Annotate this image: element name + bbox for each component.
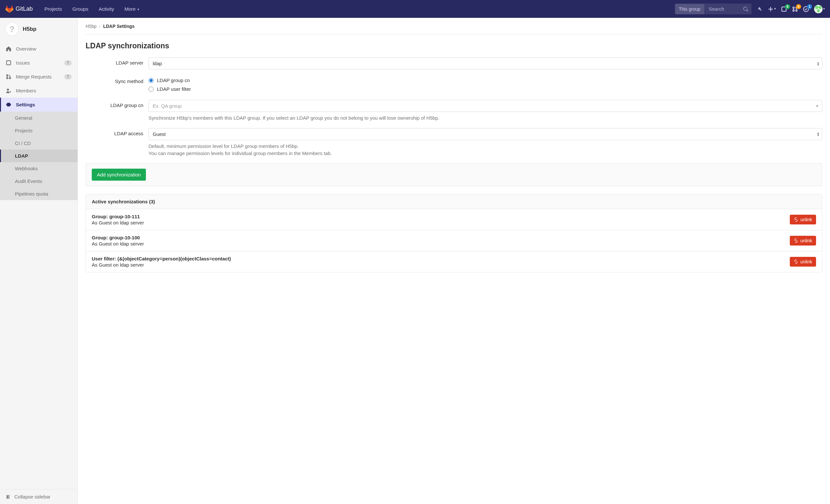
ldap-group-cn-dropdown[interactable]: Ex. QA group (149, 100, 822, 112)
sidebar-item-merge-requests[interactable]: Merge Requests7 (0, 70, 77, 84)
access-help-line2: You can manage permission levels for ind… (149, 151, 332, 156)
sync-row: Group: group-10-111 As Guest on ldap ser… (86, 209, 822, 230)
active-syncs-header: Active synchronizations (3) (86, 194, 822, 209)
todos-icon[interactable]: 1 (803, 6, 809, 12)
gear-icon (6, 102, 11, 107)
unlink-button[interactable]: unlink (790, 257, 816, 266)
nav-more-label: More (125, 6, 135, 12)
svg-rect-2 (6, 61, 11, 65)
sidebar-item-label: Merge Requests (16, 74, 52, 80)
collapse-icon (6, 494, 11, 500)
access-help-line1: Default, minimum permission level for LD… (149, 144, 298, 149)
top-navbar: GitLab Projects Groups Activity More ▾ T… (0, 0, 830, 18)
settings-subnav: General Projects CI / CD LDAP Webhooks A… (0, 112, 77, 200)
sidebar-item-label: Settings (16, 102, 35, 107)
project-avatar: ? (5, 22, 19, 36)
subnav-audit[interactable]: Audit Events (0, 175, 77, 187)
unlink-button[interactable]: unlink (790, 236, 816, 246)
form-action-bar: Add synchronization (86, 163, 822, 186)
gitlab-icon (5, 5, 13, 13)
sidebar-item-members[interactable]: Members (0, 84, 77, 98)
sync-subtitle: As Guest on ldap server (92, 262, 231, 267)
sync-method-label: Sync method (86, 76, 149, 93)
sync-row: User filter: (&(objectCategory=person)(o… (86, 251, 822, 272)
unlink-icon (794, 217, 798, 222)
merge-requests-shortcut-icon[interactable]: 6 (792, 6, 798, 12)
user-menu[interactable]: ▾ (814, 5, 825, 13)
ldap-server-select[interactable]: ldap (149, 57, 822, 69)
unlink-label: unlink (800, 217, 812, 222)
nav-more[interactable]: More ▾ (119, 6, 144, 12)
sidebar-nav: Overview Issues7 Merge Requests7 Members… (0, 42, 77, 112)
group-cn-help: Synchronize H5bp's members with this LDA… (149, 115, 822, 122)
breadcrumb-current: LDAP Settings (103, 24, 134, 29)
unlink-icon (794, 239, 798, 243)
nav-activity[interactable]: Activity (93, 6, 119, 12)
brand-logo[interactable]: GitLab (5, 5, 33, 13)
nav-projects[interactable]: Projects (39, 6, 67, 12)
subnav-pipelines-quota[interactable]: Pipelines quota (0, 187, 77, 200)
search-scope[interactable]: This group (675, 4, 704, 14)
issues-shortcut-icon[interactable]: 6 (781, 6, 787, 12)
active-syncs-panel: Active synchronizations (3) Group: group… (86, 194, 822, 273)
search-icon (743, 6, 748, 12)
ldap-server-label: LDAP server (86, 57, 149, 69)
merge-icon (6, 74, 11, 80)
search-input[interactable] (707, 4, 743, 14)
main-content: H5bp › LDAP Settings LDAP synchronizatio… (78, 18, 830, 504)
svg-point-3 (7, 89, 9, 91)
plus-icon[interactable]: ▾ (768, 6, 776, 12)
ldap-access-select[interactable]: Guest (149, 128, 822, 140)
chevron-down-icon: ▾ (823, 7, 825, 10)
sidebar-item-issues[interactable]: Issues7 (0, 56, 77, 70)
home-icon (6, 46, 11, 52)
sync-method-user-filter[interactable]: LDAP user filter (149, 85, 822, 93)
sidebar-item-label: Members (16, 88, 36, 93)
breadcrumb: H5bp › LDAP Settings (86, 24, 822, 34)
issues-count: 7 (64, 60, 72, 65)
ldap-access-label: LDAP access (86, 128, 149, 157)
issues-badge: 6 (785, 4, 790, 9)
unlink-label: unlink (800, 238, 812, 243)
ldap-group-cn-label: LDAP group cn (86, 100, 149, 122)
subnav-webhooks[interactable]: Webhooks (0, 162, 77, 175)
breadcrumb-root[interactable]: H5bp (86, 24, 96, 29)
subnav-ldap[interactable]: LDAP (0, 150, 77, 162)
sidebar-item-settings[interactable]: Settings (0, 98, 77, 112)
sync-subtitle: As Guest on ldap server (92, 241, 144, 247)
sync-title: Group: group-10-100 (92, 235, 144, 240)
collapse-label: Collapse sidebar (14, 494, 51, 500)
search-box: This group (675, 4, 752, 14)
sync-row: Group: group-10-100 As Guest on ldap ser… (86, 230, 822, 251)
sidebar-project-header[interactable]: ? H5bp (0, 18, 77, 40)
todos-badge: 1 (807, 4, 812, 9)
issues-icon (6, 60, 11, 65)
radio-label: LDAP group cn (157, 77, 190, 83)
avatar (814, 5, 823, 13)
unlink-label: unlink (800, 259, 812, 264)
project-name: H5bp (23, 26, 37, 32)
sidebar-item-overview[interactable]: Overview (0, 42, 77, 56)
nav-groups[interactable]: Groups (67, 6, 93, 12)
chevron-right-icon: › (99, 24, 100, 29)
sync-title: User filter: (&(objectCategory=person)(o… (92, 256, 231, 261)
unlink-button[interactable]: unlink (790, 215, 816, 224)
subnav-cicd[interactable]: CI / CD (0, 137, 77, 150)
sidebar-item-label: Issues (16, 60, 30, 65)
subnav-projects[interactable]: Projects (0, 124, 77, 137)
members-icon (6, 88, 11, 93)
admin-wrench-icon[interactable] (757, 6, 763, 12)
access-help: Default, minimum permission level for LD… (149, 143, 822, 157)
sidebar: ? H5bp Overview Issues7 Merge Requests7 … (0, 18, 78, 504)
add-synchronization-button[interactable]: Add synchronization (92, 169, 146, 181)
radio-label: LDAP user filter (157, 86, 191, 92)
radio-user-filter[interactable] (149, 87, 154, 92)
chevron-down-icon: ▾ (774, 7, 776, 10)
sync-method-group-cn[interactable]: LDAP group cn (149, 76, 822, 85)
mr-count: 7 (64, 74, 72, 80)
radio-group-cn[interactable] (149, 78, 154, 83)
collapse-sidebar[interactable]: Collapse sidebar (0, 489, 77, 504)
sidebar-item-label: Overview (16, 46, 36, 52)
unlink-icon (794, 259, 798, 264)
subnav-general[interactable]: General (0, 112, 77, 124)
